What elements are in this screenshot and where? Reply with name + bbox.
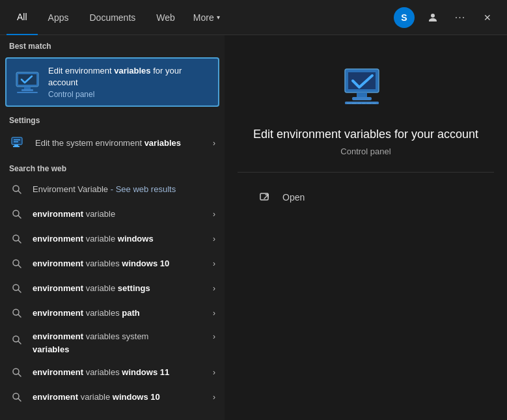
svg-line-16 [18,240,21,243]
svg-rect-10 [13,146,20,147]
svg-line-41 [264,195,268,199]
svg-rect-4 [17,92,38,93]
chevron-right-icon-4: › [213,284,215,293]
app-icon-large-svg [342,64,389,111]
close-button[interactable]: ✕ [474,5,500,31]
web-item-4[interactable]: environment variable settings › [0,276,225,301]
svg-rect-36 [357,103,361,104]
svg-line-24 [18,341,21,344]
search-icon-1 [9,206,25,222]
svg-line-18 [18,265,21,268]
person-icon-button[interactable] [420,5,446,31]
svg-rect-31 [357,92,367,97]
tab-all[interactable]: All [7,0,38,35]
tab-apps[interactable]: Apps [38,0,79,35]
web-item-text-0: Enviroment Variable - See web results [33,184,215,195]
svg-rect-8 [14,141,18,143]
app-subtitle: Control panel [340,147,391,156]
settings-label: Settings [0,109,225,129]
svg-line-20 [18,290,21,292]
divider [238,172,494,173]
app-icon [14,69,40,95]
web-item-2[interactable]: environment variable windows › [0,227,225,251]
main-content: Best match [0,35,507,420]
chevron-right-icon: › [213,139,215,148]
web-item-1[interactable]: environment variable › [0,202,225,227]
svg-line-22 [18,315,21,317]
web-item-8[interactable]: enviroment variable windows 10 › [0,385,225,410]
search-icon-2 [9,231,25,247]
web-item-7[interactable]: environment variables windows 11 › [0,360,225,385]
svg-rect-7 [14,139,20,141]
web-item-6[interactable]: environment variables systemvariables › [0,326,225,360]
search-icon-6 [9,332,25,348]
svg-rect-37 [362,103,366,104]
tab-more[interactable]: More ▾ [185,0,228,35]
tab-web[interactable]: Web [146,0,185,35]
chevron-right-icon-1: › [213,210,215,219]
ellipsis-button[interactable]: ··· [447,5,473,31]
chevron-right-icon-5: › [213,309,215,318]
best-match-label: Best match [0,35,225,55]
best-match-title: Edit environment variables for your acco… [48,65,210,89]
web-item-0[interactable]: Enviroment Variable - See web results [0,177,225,202]
web-item-text-8: enviroment variable windows 10 [33,392,205,403]
chevron-right-icon-8: › [213,393,215,402]
svg-rect-6 [12,137,22,145]
action-open-text: Open [282,192,305,203]
svg-rect-32 [352,97,372,100]
avatar[interactable]: S [394,7,415,28]
svg-line-14 [18,216,21,218]
ellipsis-icon: ··· [455,12,465,23]
chevron-right-icon-6: › [213,332,215,341]
web-item-3[interactable]: environment variables windows 10 › [0,251,225,276]
search-icon-0 [9,182,25,197]
search-icon-4 [9,281,25,296]
web-item-text-3: environment variables windows 10 [33,259,205,270]
left-panel: Best match [0,35,225,420]
best-match-item[interactable]: Edit environment variables for your acco… [5,57,219,107]
monitor-icon [15,70,40,94]
svg-rect-2 [24,87,31,89]
svg-rect-39 [372,103,376,104]
svg-line-28 [18,399,21,401]
settings-item-text: Edit the system environment variables [35,137,205,149]
search-web-label: Search the web [0,158,225,177]
svg-line-12 [18,191,21,193]
search-icon-8 [9,389,25,405]
web-item-text-4: environment variable settings [33,283,205,294]
top-navigation: All Apps Documents Web More ▾ S ··· ✕ [0,0,507,35]
best-match-subtitle: Control panel [48,90,210,99]
action-open[interactable]: Open [249,183,483,212]
chevron-right-icon-3: › [213,259,215,268]
web-item-text-6: environment variables systemvariables [33,330,205,356]
open-icon [256,188,275,206]
svg-rect-34 [347,103,351,104]
best-match-text: Edit environment variables for your acco… [48,65,210,99]
search-icon-5 [9,305,25,321]
search-icon-3 [9,256,25,272]
app-icon-large [340,61,392,113]
svg-rect-38 [366,103,372,104]
svg-rect-3 [21,89,33,91]
app-title: Edit environment variables for your acco… [253,126,478,143]
right-panel: Edit environment variables for your acco… [225,35,507,420]
chevron-down-icon: ▾ [217,14,220,21]
tab-documents[interactable]: Documents [79,0,146,35]
chevron-right-icon-7: › [213,368,215,377]
person-icon [428,12,438,23]
web-item-text-5: environment variables path [33,308,205,319]
search-icon-7 [9,365,25,380]
nav-icons: S ··· ✕ [394,5,500,31]
web-item-text-2: environment variable windows [33,234,205,245]
web-item-text-1: environment variable [33,209,205,220]
svg-rect-9 [14,145,18,146]
settings-item-system-vars[interactable]: Edit the system environment variables › [0,129,225,158]
web-item-5[interactable]: environment variables path › [0,301,225,326]
chevron-right-icon-2: › [213,234,215,244]
close-icon: ✕ [484,12,491,23]
svg-line-26 [18,374,21,376]
settings-icon [9,134,27,152]
web-item-text-7: environment variables windows 11 [33,367,205,378]
svg-rect-35 [351,103,357,104]
